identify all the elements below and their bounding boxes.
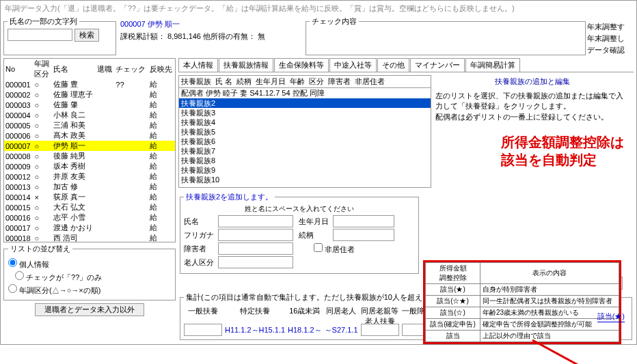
tab[interactable]: 本人情報: [178, 58, 218, 72]
employee-table[interactable]: No年調区分氏名退職チェック反映先 000001○佐藤 豊??給000002○佐…: [3, 58, 176, 242]
kana-input[interactable]: [218, 229, 293, 241]
lbl-rel: 続柄: [299, 230, 333, 240]
dep-row[interactable]: 扶養親族9: [179, 165, 431, 175]
sort-bunrui[interactable]: 年調区分(△→○→×の順): [8, 284, 171, 296]
emp-row[interactable]: 000003○佐藤 肇給: [4, 100, 175, 110]
search-legend: 氏名の一部の文字列: [8, 16, 79, 27]
header-note: 年調データ入力(「退」は退職者。「??」は要チェックデータ。「給」は年調計算結果…: [2, 2, 635, 15]
emp-row[interactable]: 000014×荻原 真一給: [4, 192, 175, 202]
emp-row[interactable]: 000006○髙木 政美給: [4, 130, 175, 141]
dis-input[interactable]: [218, 242, 293, 255]
sort-personal[interactable]: 個人情報: [8, 258, 171, 270]
emp-id: 000007: [120, 20, 146, 28]
tax-summary: 課税累計額： 8,981,146 他所得の有無： 無: [120, 31, 301, 42]
label-a: 年末調整す: [587, 22, 635, 32]
callout: 所得金額調整控除は該当を自動判定: [500, 132, 625, 170]
add-hint: 姓と名にスペースを入れてください: [184, 204, 415, 214]
emp-row[interactable]: 000013○加古 修給: [4, 182, 175, 192]
tab[interactable]: マイナンバー: [410, 58, 465, 72]
tab[interactable]: 年調簡易計算: [465, 58, 520, 72]
sum-input[interactable]: [184, 324, 222, 336]
exclude-button[interactable]: 退職者とデータ未入力以外: [35, 303, 144, 316]
rel-input[interactable]: [333, 229, 394, 241]
emp-row[interactable]: 000005○三浦 和美給: [4, 120, 175, 130]
birth-input[interactable]: [333, 215, 394, 227]
lbl-elder: 老人区分: [184, 257, 218, 268]
dep-row[interactable]: 扶養親族8: [179, 156, 431, 165]
dep-row[interactable]: 扶養親族5: [179, 127, 431, 137]
tab[interactable]: 生命保険料等: [274, 58, 329, 72]
emp-row[interactable]: 000016○志平 小雪給: [4, 212, 175, 223]
emp-row[interactable]: 000001○佐藤 豊??給: [4, 79, 175, 89]
emp-row[interactable]: 000012○井原 友美給: [4, 171, 175, 182]
dep-row[interactable]: 扶養親族3: [179, 108, 431, 117]
tab[interactable]: その他: [377, 58, 409, 72]
emp-row[interactable]: 000008○後藤 純男給: [4, 151, 175, 161]
check-legend: チェック内容: [310, 16, 359, 27]
label-c: データ確認: [587, 45, 635, 55]
search-fieldset: 氏名の一部の文字列 検索: [3, 16, 116, 55]
nonres-check[interactable]: 非居住者: [314, 243, 355, 255]
emp-row[interactable]: 000009○坂本 秀樹給: [4, 161, 175, 171]
tab[interactable]: 中途入社等: [329, 58, 377, 72]
sort-check[interactable]: チェックが「??」のみ: [15, 271, 171, 283]
tab[interactable]: 扶養親族情報: [219, 58, 273, 72]
dependent-list[interactable]: 扶養親族氏 名続柄生年月日年齢区分障害者非居住者 配偶者 伊勢 睦子 妻 S41…: [178, 75, 431, 188]
emp-row[interactable]: 000004○小林 良二給: [4, 110, 175, 120]
emp-row[interactable]: 000017○渡邊 かおり給: [4, 223, 175, 233]
label-b: 年末調整し: [587, 33, 635, 44]
tabs: 本人情報扶養親族情報生命保険料等中途入社等その他マイナンバー年調簡易計算: [178, 58, 634, 72]
final-status: 該当(★): [597, 311, 625, 322]
emp-row[interactable]: 000018○西 浩司給: [4, 233, 175, 242]
dep-row[interactable]: 扶養親族10: [179, 175, 431, 184]
lbl-name: 氏名: [184, 216, 218, 227]
dep-row[interactable]: 扶養親族4: [179, 117, 431, 127]
add-dependent: 扶養親族2を追加します。 姓と名にスペースを入れてください 氏名生年月日 フリガ…: [180, 192, 419, 274]
lbl-birth: 生年月日: [299, 216, 333, 227]
sort-fieldset: リストの並び替え 個人情報 チェックが「??」のみ 年調区分(△→○→×の順): [3, 244, 176, 300]
income-adjust-table: 所得金額調整控除表示の内容 該当(★)自身が特別障害者該当(☆★)同一生計配偶者…: [423, 260, 621, 344]
search-button[interactable]: 検索: [74, 29, 99, 42]
lbl-kana: フリガナ: [184, 230, 218, 240]
add-legend: 扶養親族2を追加します。: [184, 192, 275, 202]
search-input[interactable]: [8, 29, 72, 41]
sum-input[interactable]: [361, 324, 399, 336]
dep-row[interactable]: 扶養親族6: [179, 137, 431, 146]
right-labels: 年末調整す 年末調整し データ確認: [587, 15, 635, 57]
lbl-dis: 障害者: [184, 244, 218, 254]
dep-row[interactable]: 扶養親族7: [179, 146, 431, 156]
sort-legend: リストの並び替え: [8, 244, 72, 254]
emp-row[interactable]: 000007○伊勢 順一給: [4, 141, 175, 151]
name-input[interactable]: [218, 215, 293, 227]
emp-name: 伊勢 順一: [148, 20, 180, 28]
dep-title: 扶養親族の追加と編集: [435, 76, 629, 87]
dep-text: 左のリストを選択、下の扶養親族の追加または編集で入力して「扶養登録」をクリックし…: [435, 91, 629, 122]
emp-row[interactable]: 000015○大石 弘文給: [4, 202, 175, 212]
dep-row[interactable]: 扶養親族2: [179, 98, 431, 108]
check-fieldset: チェック内容: [306, 16, 586, 55]
emp-row[interactable]: 000002○佐藤 理恵子給: [4, 89, 175, 100]
elder-input[interactable]: [218, 256, 293, 268]
